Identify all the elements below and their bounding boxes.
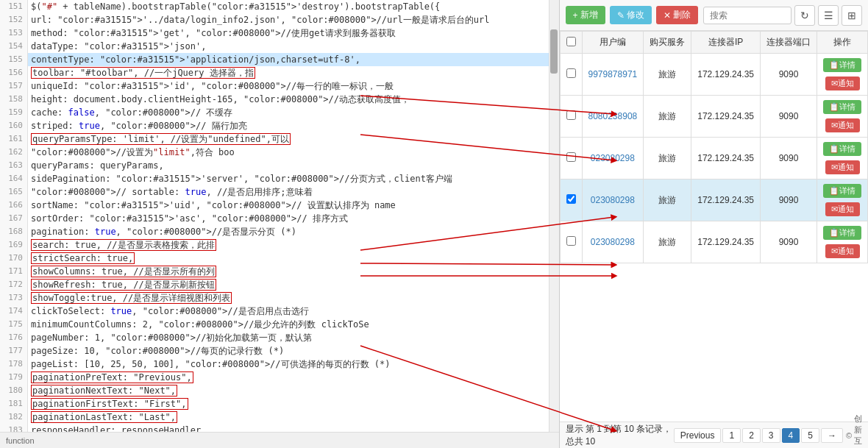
code-line-170: strictSearch: true, (28, 252, 549, 265)
code-line-183: responseHandler: responseHandler, (28, 424, 549, 432)
table-row[interactable]: 9979878971 旅游 172.129.24.35 9090 📋详情 ✉通知 (560, 54, 868, 96)
code-line-160: striped: true, "color:#008000">// 隔行加亮 (28, 119, 549, 132)
code-panel: 1511521531541551561571581591601611621631… (0, 0, 560, 448)
code-line-154: dataType: "color:#a31515">'json', (28, 40, 549, 53)
ip-cell: 172.129.24.35 (691, 179, 761, 221)
logo-icon: © (846, 431, 852, 440)
detail-button[interactable]: 📋详情 (823, 100, 861, 114)
line-numbers: 1511521531541551561571581591601611621631… (0, 0, 28, 432)
code-line-178: pageList: [10, 25, 50, 100], "color:#008… (28, 358, 549, 371)
refresh-button[interactable]: ↻ (794, 5, 815, 26)
row-checkbox[interactable] (566, 152, 576, 162)
notify-button[interactable]: ✉通知 (825, 118, 860, 132)
code-line-180: paginationNextText: "Next", (28, 384, 549, 397)
delete-label: 删除 (673, 9, 691, 21)
service-cell: 旅游 (644, 221, 691, 263)
add-label: 新增 (580, 9, 598, 21)
code-line-164: sidePagination: "color:#a31515">'server'… (28, 172, 549, 185)
table-container[interactable]: 用户编 购买服务 连接器IP 连接器端口 操作 9979878971 旅游 17… (560, 31, 869, 422)
col-service: 购买服务 (644, 32, 691, 54)
code-line-176: pageNumber: 1, "color:#008000">//初始化加载第一… (28, 331, 549, 344)
search-input[interactable] (703, 7, 791, 24)
row-checkbox[interactable] (566, 194, 576, 204)
row-checkbox-cell (560, 221, 582, 263)
port-cell: 9090 (761, 96, 817, 138)
detail-button[interactable]: 📋详情 (823, 226, 861, 240)
user-id[interactable]: 023080298 (591, 153, 635, 163)
code-line-159: cache: false, "color:#008000">// 不缓存 (28, 106, 549, 119)
delete-icon: ✕ (664, 10, 671, 21)
row-checkbox[interactable] (566, 68, 576, 78)
port-cell: 9090 (761, 138, 817, 179)
add-icon: + (573, 10, 578, 21)
delete-button[interactable]: ✕ 删除 (656, 6, 698, 24)
ip-cell: 172.129.24.35 (691, 54, 761, 96)
page-button-4[interactable]: 4 (782, 428, 800, 443)
next-arrow-button[interactable]: → (821, 428, 843, 443)
user-id[interactable]: 8080238908 (588, 111, 638, 121)
notify-button[interactable]: ✉通知 (825, 77, 860, 90)
code-line-171: showColumns: true, //是否显示所有的列 (28, 265, 549, 278)
code-content[interactable]: $("#" + tableName).bootstrapTable("color… (28, 0, 549, 432)
action-cell: 📋详情 ✉通知 (817, 96, 868, 138)
code-line-167: sortOrder: "color:#a31515">'asc', "color… (28, 212, 549, 225)
logo-text: 创新互联 (854, 413, 862, 449)
ip-cell: 172.129.24.35 (691, 138, 761, 179)
action-cell: 📋详情 ✉通知 (817, 54, 868, 96)
notify-button[interactable]: ✉通知 (825, 244, 860, 258)
prev-page-button[interactable]: Previous (674, 428, 722, 443)
edit-button[interactable]: ✎ 修改 (610, 6, 652, 24)
code-line-173: showToggle:true, //是否显示详细视图和列表 (28, 291, 549, 305)
ip-cell: 172.129.24.35 (691, 96, 761, 138)
search-area: ↻ ☰ ⊞ (703, 5, 862, 26)
table-row[interactable]: 023080298 旅游 172.129.24.35 9090 📋详情 ✉通知 (560, 179, 868, 221)
toggle-button[interactable]: ⊞ (842, 5, 862, 26)
code-line-157: uniqueId: "color:#a31515">'id', "color:#… (28, 79, 549, 93)
row-checkbox-cell (560, 96, 582, 138)
code-line-175: minimumCountColumns: 2, "color:#008000">… (28, 318, 549, 331)
code-line-179: paginationPreText: "Previous", (28, 371, 549, 384)
data-table: 用户编 购买服务 连接器IP 连接器端口 操作 9979878971 旅游 17… (560, 31, 869, 263)
service-cell: 旅游 (644, 138, 691, 179)
user-id-cell: 8080238908 (582, 96, 644, 138)
col-ip: 连接器IP (691, 32, 761, 54)
columns-button[interactable]: ☰ (818, 5, 839, 26)
detail-button[interactable]: 📋详情 (823, 184, 861, 198)
user-id[interactable]: 9979878971 (588, 69, 638, 79)
scroll-thumb[interactable] (550, 29, 558, 74)
col-userid: 用户编 (582, 32, 644, 54)
user-id[interactable]: 023080298 (591, 195, 635, 205)
code-line-161: queryParamsType: 'limit', //设置为"undefine… (28, 132, 549, 146)
notify-button[interactable]: ✉通知 (825, 160, 860, 174)
code-line-174: clickToSelect: true, "color:#008000">//是… (28, 305, 549, 318)
col-checkbox (560, 32, 582, 54)
code-line-162: "color:#008000">//设置为"limit",符合 boo (28, 146, 549, 159)
code-line-169: search: true, //是否显示表格搜索，此排 (28, 238, 549, 252)
code-line-155: contentType: "color:#a31515">'applicatio… (28, 53, 549, 66)
select-all-checkbox[interactable] (566, 37, 576, 46)
code-line-166: sortName: "color:#a31515">'uid', "color:… (28, 199, 549, 212)
page-button-1[interactable]: 1 (722, 428, 741, 443)
vertical-scrollbar[interactable] (549, 0, 559, 432)
page-button-2[interactable]: 2 (742, 428, 761, 443)
user-id-cell: 023080298 (582, 138, 644, 179)
table-row[interactable]: 023080298 旅游 172.129.24.35 9090 📋详情 ✉通知 (560, 221, 868, 263)
right-panel: + 新增 ✎ 修改 ✕ 删除 ↻ ☰ ⊞ (560, 0, 869, 448)
code-line-152: url: "color:#a31515">'../data/login_info… (28, 13, 549, 26)
page-button-5[interactable]: 5 (801, 428, 819, 443)
table-row[interactable]: 023080298 旅游 172.129.24.35 9090 📋详情 ✉通知 (560, 138, 868, 179)
add-button[interactable]: + 新增 (566, 6, 605, 24)
user-id[interactable]: 023080298 (591, 237, 635, 247)
row-checkbox[interactable] (566, 110, 576, 120)
user-id-cell: 023080298 (582, 221, 644, 263)
page-button-3[interactable]: 3 (762, 428, 780, 443)
table-row[interactable]: 8080238908 旅游 172.129.24.35 9090 📋详情 ✉通知 (560, 96, 868, 138)
detail-button[interactable]: 📋详情 (823, 58, 861, 72)
port-cell: 9090 (761, 54, 817, 96)
row-checkbox[interactable] (566, 236, 576, 246)
detail-button[interactable]: 📋详情 (823, 142, 861, 156)
edit-label: 修改 (627, 9, 644, 21)
notify-button[interactable]: ✉通知 (825, 202, 860, 216)
status-bar: function (0, 432, 559, 448)
action-cell: 📋详情 ✉通知 (817, 179, 868, 221)
